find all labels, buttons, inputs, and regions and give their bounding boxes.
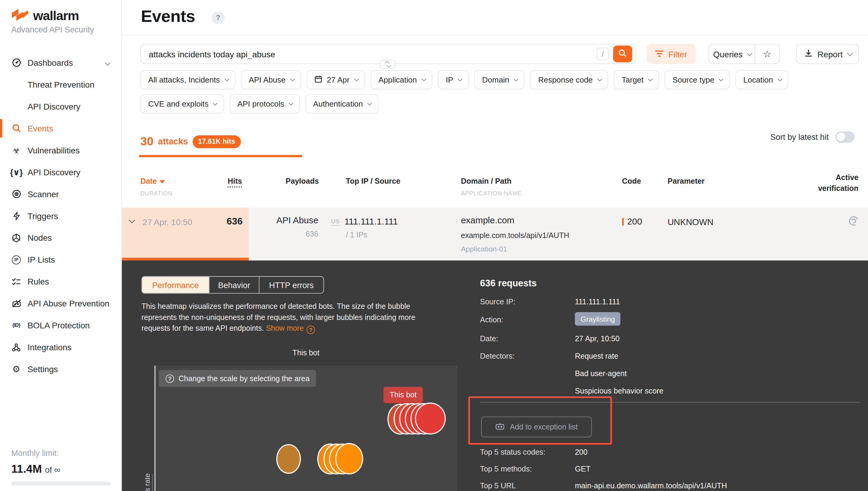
date-value: 27 Apr, 10:50 [575, 335, 619, 343]
sidebar-item-events[interactable]: Events [0, 117, 121, 139]
results-summary-tab[interactable]: 30 attacks 17.61K hits [141, 135, 241, 148]
bot-performance-heatmap[interactable]: Change the scale by selecting the area T… [154, 366, 457, 491]
bot-bubble[interactable] [276, 444, 301, 474]
filter-chip-target[interactable]: Target [614, 70, 659, 89]
sort-control: Sort by latest hit [770, 132, 855, 143]
filter-chip-attack-type[interactable]: All attacks, Incidents [141, 70, 235, 89]
favorite-star-button[interactable]: ☆ [755, 45, 779, 64]
filter-chip-ip[interactable]: IP [438, 70, 468, 89]
country-flag-label[interactable]: US [331, 218, 340, 225]
filter-button[interactable]: Filter [647, 44, 696, 64]
hits-badge: 17.61K hits [193, 135, 241, 148]
tab-behavior[interactable]: Behavior [209, 277, 259, 293]
tab-performance[interactable]: Performance [142, 277, 209, 293]
table-row[interactable]: 27 Apr, 10:50 636 API Abuse 636 US 111.1… [122, 208, 868, 260]
header-divider [122, 35, 868, 35]
filter-chip-authentication[interactable]: Authentication [305, 94, 378, 113]
help-icon[interactable] [211, 11, 225, 24]
filter-chip-domain[interactable]: Domain [474, 70, 525, 89]
filter-chip-cve-exploits[interactable]: CVE and exploits [141, 94, 224, 113]
sidebar-item-bola-protection[interactable]: {ID} BOLA Protection [0, 315, 121, 337]
sidebar-item-rules[interactable]: Rules [0, 271, 121, 293]
sidebar-item-triggers[interactable]: Triggers [0, 205, 121, 227]
row-path[interactable]: example.com.tools/api/v1/AUTH [461, 231, 569, 240]
sort-toggle[interactable] [835, 132, 855, 143]
queries-dropdown[interactable]: Queries [709, 45, 755, 64]
sidebar-item-settings[interactable]: ⚙ Settings [0, 358, 121, 380]
chevron-down-icon [597, 77, 602, 81]
column-header-top-ip[interactable]: Top IP / Source [346, 177, 400, 185]
search-input[interactable] [149, 49, 597, 59]
sidebar-item-integrations[interactable]: Integrations [0, 336, 121, 358]
column-header-domain[interactable]: Domain / Path [461, 177, 512, 185]
event-details-panel: Performance Behavior HTTP errors This he… [122, 260, 868, 491]
chevron-down-icon [778, 77, 782, 81]
row-ip-address[interactable]: 111.111.1.111 [345, 217, 398, 227]
sort-label: Sort by latest hit [770, 132, 829, 141]
sidebar: wallarm Advanced API Security Dashboards… [0, 0, 122, 491]
row-ip-cell: US 111.111.1.111 [331, 217, 398, 227]
row-parameter: UNKNOWN [667, 217, 714, 228]
wallarm-logo[interactable]: wallarm [11, 8, 79, 24]
column-header-code[interactable]: Code [622, 177, 641, 185]
filter-chip-response-code[interactable]: Response code [530, 70, 608, 89]
filter-chip-date[interactable]: 27 Apr [307, 70, 365, 89]
active-verification-spinner-icon[interactable] [849, 216, 859, 226]
filter-chips-row-2: CVE and exploits API protocols Authentic… [141, 94, 378, 113]
column-header-parameter[interactable]: Parameter [667, 177, 705, 185]
column-header-payloads[interactable]: Payloads [274, 177, 319, 185]
sidebar-nav: Dashboards Threat Prevention API Discove… [0, 52, 121, 380]
this-bot-bubble[interactable] [415, 402, 446, 435]
help-icon[interactable] [307, 326, 315, 334]
detectors-label: Detectors: [480, 352, 515, 360]
ip-circle-icon: IP [11, 255, 21, 265]
search-button[interactable] [613, 46, 632, 62]
source-ip-label: Source IP: [480, 297, 515, 306]
filter-icon [656, 49, 664, 59]
column-header-date[interactable]: Date [141, 177, 165, 185]
row-hits: 636 [191, 216, 242, 227]
show-more-link[interactable]: Show more [266, 324, 304, 332]
report-button[interactable]: Report [796, 44, 859, 64]
top5-status-codes-value: 200 [575, 448, 587, 457]
sidebar-item-api-discovery-dashboard[interactable]: API Discovery [0, 95, 121, 117]
row-payload-count: 636 [251, 230, 318, 238]
action-label: Action: [480, 315, 503, 324]
gauge-icon [11, 58, 21, 68]
sidebar-item-dashboards[interactable]: Dashboards [0, 52, 121, 74]
filter-chip-api-protocols[interactable]: API protocols [230, 94, 299, 113]
sidebar-item-api-discovery[interactable]: {∨} API Discovery [0, 161, 121, 183]
sort-desc-icon [160, 180, 165, 183]
sidebar-item-nodes[interactable]: Nodes [0, 227, 121, 249]
requests-total: 636 requests [480, 278, 537, 289]
page-title: Events [141, 7, 195, 26]
filter-chips-row-1: All attacks, Incidents API Abuse 27 Apr … [141, 70, 788, 89]
column-header-hits[interactable]: Hits [215, 177, 242, 185]
this-bot-badge: This bot [383, 387, 423, 403]
sidebar-item-ip-lists[interactable]: IP IP Lists [0, 249, 121, 271]
help-icon [166, 374, 174, 383]
active-tab-underline [139, 155, 302, 157]
column-header-active-verification[interactable]: Active verification [817, 172, 859, 194]
filter-chip-source-type[interactable]: Source type [665, 70, 730, 89]
row-date: 27 Apr, 10:50 [143, 217, 192, 227]
wallarm-events-page: wallarm Advanced API Security Dashboards… [0, 0, 868, 491]
star-icon: ☆ [763, 48, 772, 60]
filter-chip-application[interactable]: Application [371, 70, 433, 89]
sidebar-item-scanner[interactable]: Scanner [0, 183, 121, 205]
filter-chip-location[interactable]: Location [735, 70, 788, 89]
heatmap-column-label: This bot [154, 349, 457, 357]
calendar-icon [315, 75, 322, 85]
add-to-exception-list-button[interactable]: Add to exception list [481, 416, 592, 437]
row-domain[interactable]: example.com [461, 215, 569, 226]
filter-chip-api-abuse[interactable]: API Abuse [241, 70, 301, 89]
details-tab-bar: Performance Behavior HTTP errors [141, 276, 324, 293]
sidebar-item-vulnerabilities[interactable]: ☣ Vulnerabilities [0, 139, 121, 161]
tab-http-errors[interactable]: HTTP errors [259, 277, 323, 293]
sidebar-item-api-abuse-prevention[interactable]: API Abuse Prevention [0, 293, 121, 315]
chevron-down-icon [747, 51, 752, 56]
sidebar-item-threat-prevention[interactable]: Threat Prevention [0, 74, 121, 95]
source-ip-value: 111.111.1.111 [575, 297, 620, 306]
search-collapse-handle[interactable] [380, 59, 395, 69]
bot-bubble[interactable] [335, 443, 364, 474]
